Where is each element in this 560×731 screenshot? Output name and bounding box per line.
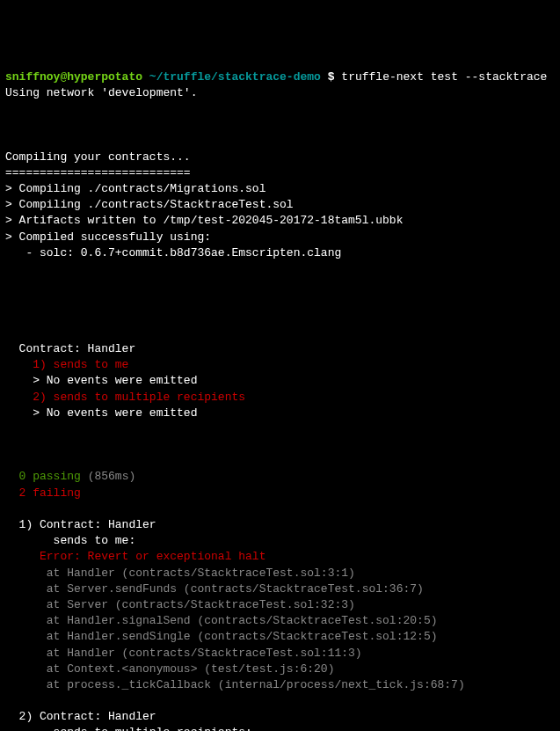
error-header: 2) Contract: Handler xyxy=(5,709,555,725)
stack-line: at Handler.signalSend (contracts/Stacktr… xyxy=(5,613,555,629)
passing-line: 0 passing (856ms) xyxy=(5,469,555,485)
stack-line: at Handler.sendSingle (contracts/Stacktr… xyxy=(5,629,555,645)
error-subheader: sends to multiple recipients: xyxy=(5,725,555,731)
compile-line: > Artifacts written to /tmp/test-202045-… xyxy=(5,213,555,229)
command: truffle-next test --stacktrace xyxy=(341,70,547,84)
passing-count: 0 passing xyxy=(5,470,81,483)
compile-line: > Compiled successfully using: xyxy=(5,230,555,245)
blank xyxy=(5,277,555,293)
stack-line: at Handler (contracts/StacktraceTest.sol… xyxy=(5,646,555,662)
stack-line: at Server (contracts/StacktraceTest.sol:… xyxy=(5,597,555,613)
passing-time: (856ms) xyxy=(81,470,135,483)
blank xyxy=(5,310,555,325)
error-message: Error: Revert or exceptional halt xyxy=(5,549,555,565)
prompt-line: sniffnoy@hyperpotato ~/truffle/stacktrac… xyxy=(5,69,555,85)
prompt-symbol: $ xyxy=(328,70,335,84)
compile-line: > Compiling ./contracts/Migrations.sol xyxy=(5,181,555,197)
no-events: > No events were emitted xyxy=(5,373,555,389)
error-header: 1) Contract: Handler xyxy=(5,517,555,533)
path: ~/truffle/stacktrace-demo xyxy=(149,70,321,84)
user-host: sniffnoy@hyperpotato xyxy=(5,70,142,84)
compile-line: - solc: 0.6.7+commit.b8d736ae.Emscripten… xyxy=(5,245,555,261)
test-fail: 1) sends to me xyxy=(5,357,555,373)
test-fail: 2) sends to multiple recipients xyxy=(5,390,555,406)
no-events: > No events were emitted xyxy=(5,406,555,421)
stack-line: at Handler (contracts/StacktraceTest.sol… xyxy=(5,566,555,581)
stack-line: at process._tickCallback (internal/proce… xyxy=(5,677,555,693)
stack-line: at Context.<anonymous> (test/test.js:6:2… xyxy=(5,662,555,677)
stack-line: at Server.sendFunds (contracts/Stacktrac… xyxy=(5,581,555,597)
error-subheader: sends to me: xyxy=(5,533,555,549)
compile-separator: =========================== xyxy=(5,165,555,181)
compile-line: > Compiling ./contracts/StacktraceTest.s… xyxy=(5,197,555,213)
terminal-output: sniffnoy@hyperpotato ~/truffle/stacktrac… xyxy=(5,69,555,731)
blank xyxy=(5,437,555,453)
blank xyxy=(5,117,555,133)
network-line: Using network 'development'. xyxy=(5,85,555,101)
compile-header: Compiling your contracts... xyxy=(5,150,555,165)
failing-line: 2 failing xyxy=(5,486,555,501)
contract-header: Contract: Handler xyxy=(5,341,555,357)
